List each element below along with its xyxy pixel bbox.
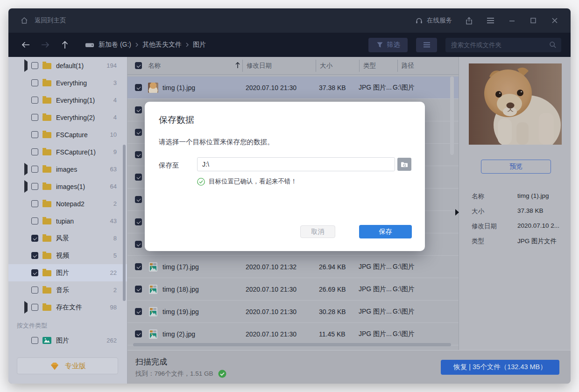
back-button[interactable]: [18, 37, 34, 52]
table-row[interactable]: timg (17).jpg 2020.07.10 21:32 26.94 KB …: [127, 256, 459, 278]
row-checkbox[interactable]: [135, 129, 142, 136]
folder-checkbox[interactable]: [31, 131, 38, 138]
expand-arrow-icon[interactable]: [24, 217, 31, 225]
folder-checkbox[interactable]: [31, 97, 38, 104]
sidebar-item[interactable]: images(1) 64: [8, 178, 127, 195]
sidebar-item[interactable]: default(1) 194: [8, 57, 127, 74]
preview-button[interactable]: 预览: [481, 160, 551, 174]
folder-checkbox[interactable]: [31, 114, 38, 121]
table-row[interactable]: timg (18).jpg 2020.07.10 21:30 26.69 KB …: [127, 278, 459, 301]
row-checkbox[interactable]: [135, 330, 142, 337]
home-button[interactable]: 返回到主页: [20, 16, 66, 25]
save-button[interactable]: 保存: [359, 225, 412, 238]
row-checkbox[interactable]: [135, 263, 142, 270]
select-all-checkbox[interactable]: [135, 62, 142, 69]
column-header-date[interactable]: 修改日期: [247, 62, 316, 70]
sidebar-item-type-pictures[interactable]: 图片 262: [8, 332, 127, 349]
row-checkbox[interactable]: [135, 286, 142, 293]
sidebar-scrollbar[interactable]: [123, 145, 126, 301]
expand-arrow-icon[interactable]: [24, 303, 31, 312]
folder-checkbox[interactable]: [31, 148, 38, 155]
row-checkbox[interactable]: [135, 196, 142, 203]
folder-checkbox[interactable]: [31, 269, 38, 276]
maximize-button[interactable]: [529, 16, 538, 25]
expand-arrow-icon[interactable]: [24, 148, 31, 156]
breadcrumb-item-lost-files[interactable]: 其他丢失文件: [142, 41, 182, 49]
minimize-button[interactable]: [507, 16, 516, 25]
expand-arrow-icon[interactable]: [24, 96, 31, 105]
type-pictures-checkbox[interactable]: [31, 337, 38, 344]
online-service-button[interactable]: 在线服务: [414, 16, 452, 25]
folder-checkbox[interactable]: [31, 304, 38, 311]
filter-button[interactable]: 筛选: [368, 38, 408, 52]
list-horizontal-scrollbar[interactable]: [133, 343, 451, 346]
row-checkbox[interactable]: [135, 151, 142, 158]
destination-path-input[interactable]: [197, 157, 395, 171]
up-button[interactable]: [57, 37, 73, 52]
folder-checkbox[interactable]: [31, 200, 38, 207]
expand-arrow-icon[interactable]: [24, 182, 31, 191]
close-button[interactable]: [550, 16, 559, 25]
menu-icon[interactable]: [486, 16, 495, 25]
expand-arrow-icon[interactable]: [24, 286, 31, 294]
pro-version-button[interactable]: 专业版: [17, 357, 118, 374]
expand-arrow-icon[interactable]: [24, 200, 31, 208]
recover-button[interactable]: 恢复 | 35个文件（132.43 MB）: [441, 360, 559, 375]
view-options-button[interactable]: [416, 38, 437, 52]
row-checkbox[interactable]: [135, 308, 142, 315]
sidebar-item[interactable]: Everything(1) 4: [8, 91, 127, 109]
collapse-panel-arrow[interactable]: [455, 209, 459, 216]
sidebar-item[interactable]: 音乐 2: [8, 281, 127, 299]
table-row[interactable]: timg (2).jpg 2020.07.10 21:30 11.45 KB J…: [127, 323, 459, 345]
search-input[interactable]: [450, 41, 549, 49]
sidebar-item[interactable]: FSCapture 10: [8, 126, 127, 143]
sidebar-item[interactable]: tupian 43: [8, 212, 127, 230]
sidebar-item[interactable]: Everything(2) 4: [8, 109, 127, 126]
column-header-size[interactable]: 大小: [320, 62, 359, 70]
row-checkbox[interactable]: [135, 84, 142, 91]
sidebar-item[interactable]: FSCapture(1) 9: [8, 143, 127, 161]
funnel-icon: [376, 42, 383, 48]
expand-arrow-icon[interactable]: [24, 165, 31, 174]
row-checkbox[interactable]: [135, 218, 142, 225]
row-checkbox[interactable]: [135, 241, 142, 248]
search-icon[interactable]: [549, 41, 557, 49]
sidebar-item[interactable]: 风景 8: [8, 230, 127, 247]
folder-checkbox[interactable]: [31, 235, 38, 242]
column-header-path[interactable]: 路径: [402, 62, 459, 70]
table-row[interactable]: timg (1).jpg 2020.07.10 21:30 37.38 KB J…: [127, 77, 459, 99]
sidebar-item[interactable]: Notepad2 2: [8, 195, 127, 212]
list-vertical-scrollbar[interactable]: [450, 77, 454, 155]
folder-checkbox[interactable]: [31, 217, 38, 224]
sidebar-item[interactable]: images 63: [8, 161, 127, 178]
sidebar-item[interactable]: 图片 22: [8, 264, 127, 281]
table-row[interactable]: timg (19).jpg 2020.07.10 21:30 30.28 KB …: [127, 301, 459, 323]
folder-checkbox[interactable]: [31, 287, 38, 294]
sidebar-item[interactable]: 存在文件 98: [8, 299, 127, 316]
expand-arrow-icon[interactable]: [24, 269, 31, 277]
browse-button[interactable]: [397, 158, 411, 171]
expand-arrow-icon[interactable]: [24, 252, 31, 260]
column-header-type[interactable]: 类型: [363, 62, 397, 70]
column-header-name[interactable]: 名称: [148, 62, 235, 70]
folder-checkbox[interactable]: [31, 252, 38, 259]
breadcrumb-item-pictures[interactable]: 图片: [193, 41, 206, 49]
expand-arrow-icon[interactable]: [24, 113, 31, 122]
sort-ascending-icon[interactable]: [235, 62, 242, 70]
sidebar-item[interactable]: 视频 5: [8, 247, 127, 264]
forward-button[interactable]: [37, 37, 53, 52]
row-checkbox[interactable]: [135, 174, 142, 181]
folder-checkbox[interactable]: [31, 183, 38, 190]
expand-arrow-icon[interactable]: [24, 62, 31, 70]
sidebar-item[interactable]: Everything 3: [8, 74, 127, 91]
row-checkbox[interactable]: [135, 106, 142, 113]
cancel-button[interactable]: 取消: [300, 225, 335, 238]
breadcrumb-item-volume[interactable]: 新加卷 (G:): [99, 41, 131, 49]
share-icon[interactable]: [464, 16, 473, 25]
folder-checkbox[interactable]: [31, 166, 38, 173]
folder-checkbox[interactable]: [31, 79, 38, 86]
expand-arrow-icon[interactable]: [24, 131, 31, 139]
expand-arrow-icon[interactable]: [24, 79, 31, 87]
expand-arrow-icon[interactable]: [24, 234, 31, 243]
folder-checkbox[interactable]: [31, 62, 38, 69]
